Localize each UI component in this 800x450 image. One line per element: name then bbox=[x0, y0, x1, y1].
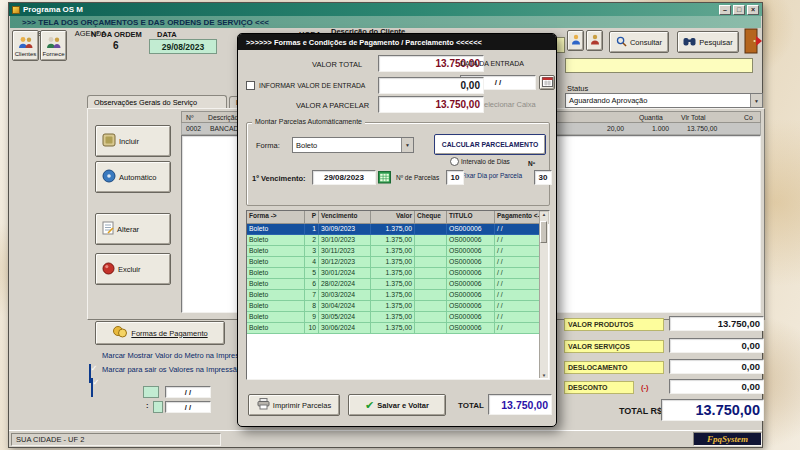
parcela-cell: 1.375,00 bbox=[371, 235, 415, 246]
valor-entrada-value[interactable]: 0,00 bbox=[378, 77, 484, 94]
parcelas-scrollbar[interactable]: ▲ ▼ bbox=[539, 212, 548, 378]
status-value: Aguardando Aprovação bbox=[569, 96, 647, 105]
modal-total-value: 13.750,00 bbox=[488, 394, 552, 415]
order-date-value[interactable]: 29/08/2023 bbox=[149, 39, 217, 54]
formas-pagamento-button[interactable]: Formas de Pagamento bbox=[95, 321, 225, 345]
parcela-row[interactable]: Boleto830/04/20241.375,00OS000006/ / bbox=[247, 301, 549, 312]
parcela-cell: Boleto bbox=[247, 268, 305, 279]
parcela-row[interactable]: Boleto930/05/20241.375,00OS000006/ / bbox=[247, 312, 549, 323]
parcela-cell: / / bbox=[495, 268, 540, 279]
supplier-quick-button[interactable] bbox=[586, 30, 603, 51]
parcela-cell bbox=[415, 235, 447, 246]
status-dropdown[interactable]: Aguardando Aprovação ▼ bbox=[565, 93, 763, 108]
consultar-button[interactable]: Consultar bbox=[609, 31, 669, 53]
salvar-voltar-button[interactable]: ✔ Salvar e Voltar bbox=[348, 394, 446, 416]
deslocamento-value: 0,00 bbox=[669, 359, 764, 374]
parcela-cell: 1.375,00 bbox=[371, 246, 415, 257]
delete-ball-icon bbox=[102, 262, 115, 277]
parcelas-grid-rows: Boleto130/09/20231.375,00OS000006/ /Bole… bbox=[247, 224, 549, 334]
clientes-button[interactable]: Clientes bbox=[12, 30, 39, 61]
valor-parcelar-label: VALOR A PARCELAR bbox=[296, 101, 369, 110]
item-vlrtotal: 13.750,00 bbox=[687, 125, 717, 132]
parcela-cell: OS000006 bbox=[447, 279, 495, 290]
vencimento-calendar-icon[interactable] bbox=[378, 170, 391, 188]
items-col-descricao: Descrição bbox=[208, 114, 238, 121]
forma-dropdown[interactable]: Boleto ▼ bbox=[292, 137, 414, 153]
exit-door-icon bbox=[744, 40, 763, 57]
automatico-button[interactable]: Automático bbox=[95, 161, 171, 193]
parcela-row[interactable]: Boleto230/10/20231.375,00OS000006/ / bbox=[247, 235, 549, 246]
forma-label: Forma: bbox=[256, 141, 280, 150]
coins-icon bbox=[112, 326, 128, 340]
footer-date-2[interactable]: / / bbox=[165, 401, 211, 413]
minimize-button[interactable]: – bbox=[719, 5, 731, 15]
parcela-cell: 1.375,00 bbox=[371, 257, 415, 268]
parcela-cell: / / bbox=[495, 312, 540, 323]
parcela-row[interactable]: Boleto730/03/20241.375,00OS000006/ / bbox=[247, 290, 549, 301]
dia-field[interactable]: 30 bbox=[534, 170, 552, 185]
incluir-button[interactable]: Incluir bbox=[95, 125, 171, 157]
footer-green-field-1[interactable] bbox=[143, 386, 159, 398]
informar-entrada-checkbox[interactable] bbox=[246, 81, 255, 90]
alterar-button[interactable]: Alterar bbox=[95, 213, 171, 245]
parcela-row[interactable]: Boleto1030/06/20241.375,00OS000006/ / bbox=[247, 323, 549, 334]
payment-modal: >>>>>> Formas e Condições de Pagamento /… bbox=[237, 33, 557, 427]
parcela-cell bbox=[415, 257, 447, 268]
scroll-up-icon[interactable]: ▲ bbox=[542, 212, 546, 217]
parcela-cell: 1.375,00 bbox=[371, 312, 415, 323]
tab-observacoes[interactable]: Observações Gerais do Serviço bbox=[87, 95, 227, 108]
parcela-cell: 1.375,00 bbox=[371, 323, 415, 334]
deslocamento-label: DESLOCAMENTO bbox=[564, 361, 664, 374]
exit-button[interactable] bbox=[744, 28, 764, 55]
parcela-cell: Boleto bbox=[247, 235, 305, 246]
close-button[interactable]: × bbox=[747, 5, 759, 15]
items-col-num: Nº bbox=[186, 114, 193, 121]
parcela-cell: 1.375,00 bbox=[371, 268, 415, 279]
fornecedores-button[interactable]: Fornece bbox=[40, 30, 67, 61]
chevron-down-icon[interactable]: ▼ bbox=[750, 94, 762, 107]
intervalo-dias-radio[interactable] bbox=[450, 157, 459, 166]
forma-chevron-down-icon[interactable]: ▼ bbox=[401, 138, 413, 152]
scroll-down-icon[interactable]: ▼ bbox=[542, 373, 546, 378]
parcela-cell: 7 bbox=[305, 290, 319, 301]
selecionar-caixa-label[interactable]: Selecionar Caixa bbox=[479, 100, 536, 109]
parcela-row[interactable]: Boleto130/09/20231.375,00OS000006/ / bbox=[247, 224, 549, 235]
parcela-row[interactable]: Boleto530/01/20241.375,00OS000006/ / bbox=[247, 268, 549, 279]
client-quick-button[interactable] bbox=[567, 30, 584, 51]
parcelas-grid-header: Forma ->PVencimentoValorChequeTITULOPaga… bbox=[247, 211, 549, 224]
parcela-cell: / / bbox=[495, 224, 540, 235]
footer-date-1[interactable]: / / bbox=[165, 386, 211, 398]
parcelas-col-header: P bbox=[305, 211, 319, 224]
parcela-cell: 30/03/2024 bbox=[319, 290, 371, 301]
parcela-row[interactable]: Boleto430/12/20231.375,00OS000006/ / bbox=[247, 257, 549, 268]
parcela-cell: 30/10/2023 bbox=[319, 235, 371, 246]
valor-total-label: VALOR TOTAL bbox=[312, 60, 362, 69]
show-values-checkbox[interactable] bbox=[91, 378, 93, 397]
parcela-cell: / / bbox=[495, 290, 540, 301]
parcelas-col-header: Vencimento bbox=[319, 211, 371, 224]
magnifier-icon bbox=[616, 36, 627, 49]
payment-modal-title: >>>>>> Formas e Condições de Pagamento /… bbox=[238, 34, 556, 50]
parcela-cell: 30/11/2023 bbox=[319, 246, 371, 257]
parcela-cell: 5 bbox=[305, 268, 319, 279]
parcela-cell bbox=[415, 246, 447, 257]
parcela-row[interactable]: Boleto628/02/20241.375,00OS000006/ / bbox=[247, 279, 549, 290]
imprimir-parcelas-button[interactable]: Imprimir Parcelas bbox=[248, 394, 340, 416]
valor-servicos-value: 0,00 bbox=[669, 338, 764, 353]
parcela-cell: / / bbox=[495, 279, 540, 290]
vencimento-field[interactable]: 29/08/2023 bbox=[312, 170, 376, 185]
parcela-row[interactable]: Boleto330/11/20231.375,00OS000006/ / bbox=[247, 246, 549, 257]
footer-green-field-2[interactable] bbox=[153, 401, 163, 413]
parcelas-field[interactable]: 10 bbox=[446, 170, 464, 185]
items-col-vlrtotal: Vlr Total bbox=[681, 114, 705, 121]
parcela-cell: OS000006 bbox=[447, 257, 495, 268]
scrollbar-thumb[interactable] bbox=[540, 221, 547, 243]
formas-pagamento-label: Formas de Pagamento bbox=[131, 329, 207, 338]
calcular-parcelamento-button[interactable]: CALCULAR PARCELAMENTO bbox=[434, 134, 546, 155]
maximize-button[interactable]: □ bbox=[733, 5, 745, 15]
excluir-button[interactable]: Excluir bbox=[95, 253, 171, 285]
data-entrada-calendar-button[interactable] bbox=[539, 75, 555, 90]
pesquisar-button[interactable]: Pesquisar bbox=[677, 31, 739, 53]
client-secondary-field[interactable] bbox=[565, 58, 753, 73]
clientes-label: Clientes bbox=[15, 51, 37, 57]
